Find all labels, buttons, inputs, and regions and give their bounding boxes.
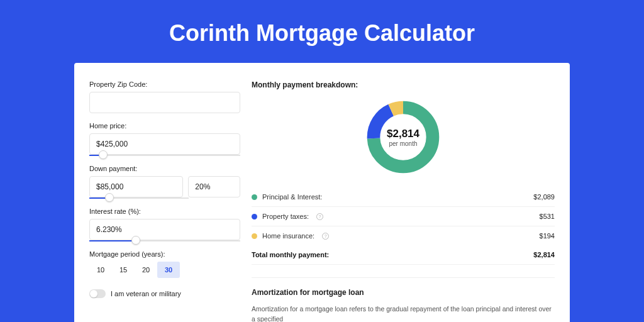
period-btn-10[interactable]: 10 (89, 262, 112, 278)
donut-chart: $2,814 per month (364, 98, 442, 176)
legend-label: Property taxes: (262, 213, 309, 220)
period-label: Mortgage period (years): (89, 250, 240, 258)
info-icon[interactable]: ? (322, 233, 329, 240)
legend-row: Principal & Interest:$2,089 (252, 187, 555, 207)
period-btn-30[interactable]: 30 (157, 262, 180, 278)
toggle-knob-icon (90, 290, 97, 297)
total-row: Total monthly payment: $2,814 (252, 245, 555, 265)
legend-dot-icon (252, 233, 257, 239)
home-price-slider[interactable] (89, 155, 240, 156)
total-value: $2,814 (533, 251, 555, 258)
donut-center: $2,814 per month (364, 98, 442, 176)
donut-sub: per month (389, 140, 417, 147)
down-payment-input[interactable] (89, 176, 183, 197)
legend-row: Home insurance:?$194 (252, 226, 555, 245)
down-payment-pct-input[interactable] (188, 176, 240, 197)
interest-field-group: Interest rate (%): (89, 208, 240, 242)
down-payment-label: Down payment: (89, 165, 240, 172)
zip-field-group: Property Zip Code: (89, 80, 240, 113)
zip-label: Property Zip Code: (89, 80, 240, 88)
legend-row: Property taxes:?$531 (252, 207, 555, 226)
period-row: 10152030 (89, 262, 240, 278)
amortization-text: Amortization for a mortgage loan refers … (252, 304, 555, 322)
slider-thumb-icon[interactable] (131, 236, 140, 245)
amortization-section: Amortization for mortgage loan Amortizat… (252, 277, 555, 322)
veteran-row: I am veteran or military (89, 289, 240, 298)
legend-dot-icon (252, 214, 257, 219)
interest-slider[interactable] (89, 240, 240, 242)
period-btn-20[interactable]: 20 (135, 262, 157, 278)
legend-dot-icon (252, 194, 257, 200)
period-field-group: Mortgage period (years): 10152030 (89, 250, 240, 278)
interest-input[interactable] (89, 219, 240, 240)
interest-label: Interest rate (%): (89, 208, 240, 215)
period-btn-15[interactable]: 15 (112, 262, 135, 278)
legend: Principal & Interest:$2,089Property taxe… (252, 187, 555, 245)
veteran-label: I am veteran or military (111, 290, 181, 297)
home-price-input[interactable] (89, 133, 240, 155)
form-column: Property Zip Code: Home price: Down paym… (89, 80, 240, 322)
breakdown-column: Monthly payment breakdown: $2,814 per mo… (252, 80, 555, 322)
home-price-field-group: Home price: (89, 122, 240, 156)
page-title: Corinth Mortgage Calculator (0, 0, 644, 63)
legend-label: Home insurance: (262, 232, 314, 240)
donut-amount: $2,814 (387, 128, 419, 140)
slider-thumb-icon[interactable] (105, 193, 114, 202)
down-payment-slider[interactable] (89, 197, 189, 199)
calculator-card: Property Zip Code: Home price: Down paym… (74, 63, 570, 322)
veteran-toggle[interactable] (89, 289, 106, 298)
home-price-label: Home price: (89, 122, 240, 130)
legend-value: $2,089 (533, 193, 555, 201)
info-icon[interactable]: ? (316, 213, 323, 220)
down-payment-field-group: Down payment: (89, 165, 240, 199)
breakdown-title: Monthly payment breakdown: (252, 80, 555, 89)
legend-value: $531 (540, 213, 555, 220)
zip-input[interactable] (89, 92, 240, 113)
legend-label: Principal & Interest: (262, 193, 322, 201)
slider-thumb-icon[interactable] (99, 150, 108, 159)
total-label: Total monthly payment: (252, 251, 329, 258)
amortization-title: Amortization for mortgage loan (252, 288, 555, 297)
donut-chart-wrap: $2,814 per month (252, 98, 555, 176)
legend-value: $194 (540, 232, 555, 240)
